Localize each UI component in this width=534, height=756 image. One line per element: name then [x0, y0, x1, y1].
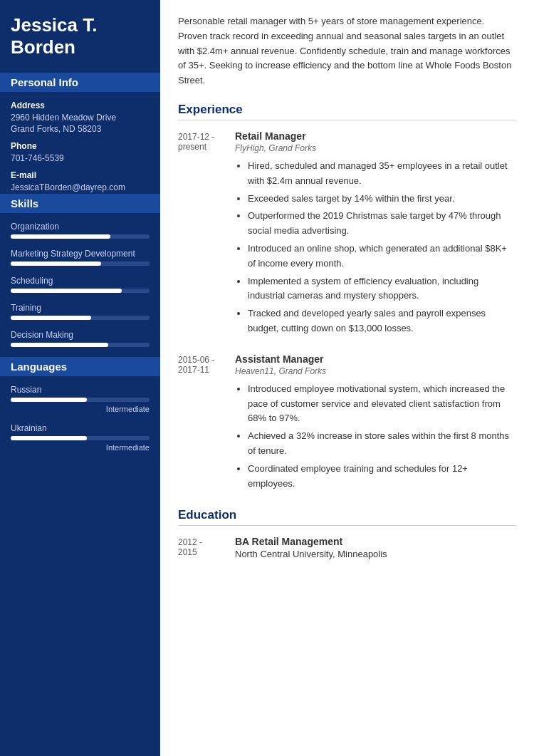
exp-dates: 2015-06 - 2017-11 — [178, 353, 235, 494]
experience-title: Experience — [178, 103, 516, 120]
language-bar-fill — [11, 398, 87, 402]
bullet-item: Introduced employee motivational system,… — [248, 382, 516, 426]
education-item: 2012 - 2015 BA Retail Management North C… — [178, 536, 516, 559]
language-item: Russian Intermediate — [11, 385, 150, 413]
skill-bar-bg — [11, 234, 150, 239]
exp-date-start: 2017-12 - — [178, 132, 214, 142]
exp-title: Assistant Manager — [235, 353, 516, 365]
main-content: Personable retail manager with 5+ years … — [160, 0, 534, 756]
language-bar-bg — [11, 436, 150, 440]
language-bar-bg — [11, 398, 150, 402]
language-level: Intermediate — [11, 405, 150, 413]
language-level: Intermediate — [11, 443, 150, 452]
edu-date-end: 2015 — [178, 547, 197, 557]
skill-bar-fill — [11, 316, 91, 320]
skills-title: Skills — [0, 194, 160, 213]
edu-date-start: 2012 - — [178, 537, 202, 547]
exp-title: Retail Manager — [235, 130, 516, 142]
bullet-item: Coordinated employee training and schedu… — [248, 462, 516, 492]
languages-list: Russian Intermediate Ukrainian Intermedi… — [11, 385, 150, 452]
exp-dates: 2017-12 - present — [178, 130, 235, 339]
skill-bar-bg — [11, 343, 150, 347]
skill-bar-fill — [11, 262, 101, 266]
languages-title: Languages — [0, 357, 160, 376]
bullet-item: Outperformed the 2019 Christmas sale tar… — [248, 209, 516, 239]
sidebar: Jessica T. Borden Personal Info Address … — [0, 0, 160, 756]
skill-item: Decision Making — [11, 330, 150, 347]
address-line1: 2960 Hidden Meadow Drive — [11, 113, 150, 123]
phone-value: 701-746-5539 — [11, 153, 150, 163]
summary-text: Personable retail manager with 5+ years … — [178, 14, 516, 88]
experience-item: 2015-06 - 2017-11 Assistant Manager Heav… — [178, 353, 516, 494]
skill-name: Scheduling — [11, 276, 150, 286]
skill-bar-fill — [11, 289, 122, 293]
exp-company: FlyHigh, Grand Forks — [235, 143, 516, 153]
skill-name: Organization — [11, 222, 150, 232]
exp-bullets: Introduced employee motivational system,… — [235, 382, 516, 492]
email-value: JessicaTBorden@dayrep.com — [11, 182, 150, 192]
skill-item: Scheduling — [11, 276, 150, 293]
education-title: Education — [178, 508, 516, 526]
skill-bar-fill — [11, 234, 110, 239]
bullet-item: Exceeded sales target by 14% within the … — [248, 192, 516, 207]
skill-name: Decision Making — [11, 330, 150, 340]
experience-item: 2017-12 - present Retail Manager FlyHigh… — [178, 130, 516, 339]
address-label: Address — [11, 100, 150, 110]
language-bar-fill — [11, 436, 87, 440]
edu-degree: BA Retail Management — [235, 536, 516, 547]
language-name: Russian — [11, 385, 150, 395]
skill-bar-bg — [11, 316, 150, 320]
skill-bar-bg — [11, 262, 150, 266]
bullet-item: Introduced an online shop, which generat… — [248, 242, 516, 271]
skill-item: Training — [11, 303, 150, 320]
bullet-item: Achieved a 32% increase in store sales w… — [248, 429, 516, 459]
edu-school: North Central University, Minneapolis — [235, 549, 516, 559]
skill-item: Organization — [11, 222, 150, 239]
skill-bar-bg — [11, 289, 150, 293]
skill-name: Training — [11, 303, 150, 313]
bullet-item: Implemented a system of efficiency evalu… — [248, 274, 516, 304]
candidate-name: Jessica T. Borden — [11, 14, 150, 58]
language-item: Ukrainian Intermediate — [11, 423, 150, 452]
bullet-item: Tracked and developed yearly sales and p… — [248, 306, 516, 336]
edu-content: BA Retail Management North Central Unive… — [235, 536, 516, 559]
exp-date-end: present — [178, 142, 206, 152]
edu-dates: 2012 - 2015 — [178, 536, 235, 559]
education-list: 2012 - 2015 BA Retail Management North C… — [178, 536, 516, 559]
personal-info-title: Personal Info — [0, 73, 160, 92]
experience-section: Experience 2017-12 - present Retail Mana… — [178, 103, 516, 494]
exp-bullets: Hired, scheduled and managed 35+ employe… — [235, 159, 516, 336]
experience-list: 2017-12 - present Retail Manager FlyHigh… — [178, 130, 516, 494]
exp-company: Heaven11, Grand Forks — [235, 366, 516, 376]
skill-name: Marketing Strategy Development — [11, 249, 150, 259]
email-label: E-mail — [11, 170, 150, 180]
language-name: Ukrainian — [11, 423, 150, 433]
skill-bar-fill — [11, 343, 108, 347]
address-line2: Grand Forks, ND 58203 — [11, 124, 150, 134]
education-section: Education 2012 - 2015 BA Retail Manageme… — [178, 508, 516, 559]
bullet-item: Hired, scheduled and managed 35+ employe… — [248, 159, 516, 189]
skills-list: Organization Marketing Strategy Developm… — [11, 222, 150, 347]
resume-container: Jessica T. Borden Personal Info Address … — [0, 0, 534, 756]
skill-item: Marketing Strategy Development — [11, 249, 150, 266]
exp-date-end: 2017-11 — [178, 365, 209, 375]
exp-content: Assistant Manager Heaven11, Grand Forks … — [235, 353, 516, 494]
exp-date-start: 2015-06 - — [178, 355, 214, 365]
exp-content: Retail Manager FlyHigh, Grand Forks Hire… — [235, 130, 516, 339]
phone-label: Phone — [11, 141, 150, 151]
